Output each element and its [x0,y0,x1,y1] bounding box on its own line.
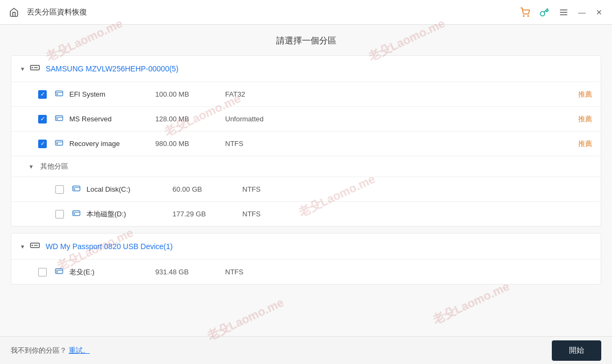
checkbox-laomo-e[interactable] [38,268,47,276]
svg-rect-12 [55,141,63,145]
svg-point-13 [57,143,58,144]
close-button[interactable]: ✕ [593,6,606,19]
partition-row-recovery: Recovery image 980.00 MB NTFS 推薦 [11,131,601,156]
partition-name-efi: EFI System [69,90,155,98]
partition-size-local-c: 60.00 GB [172,185,242,193]
partition-recommend-recovery: 推薦 [578,139,592,149]
partition-size-laomo-e: 931.48 GB [155,268,225,276]
checkbox-laomo-e-wrap [37,267,48,278]
disk-header-wd[interactable]: ▼ WD My Passport 0820 USB Device(1) [11,234,601,259]
svg-point-11 [57,119,58,120]
partition-row-local-d: 本地磁盤(D:) 177.29 GB NTFS [11,201,601,226]
partition-row-ms: MS Reserved 128.00 MB Unformatted 推薦 [11,106,601,131]
disk-group-wd: ▼ WD My Passport 0820 USB Device(1) [11,233,601,285]
partition-name-local-c: Local Disk(C:) [87,185,172,193]
disk-name-samsung: SAMSUNG MZVLW256HEHP-00000(5) [46,64,178,73]
svg-point-0 [523,16,524,17]
svg-rect-8 [55,91,63,96]
partition-icon-local-c [71,184,81,195]
partition-name-recovery: Recovery image [69,140,155,148]
partition-type-recovery: NTFS [225,140,306,148]
page-title: 請選擇一個分區 [11,25,601,55]
retry-link[interactable]: 重試。 [69,346,90,355]
toolbar-icons [519,6,570,19]
svg-rect-21 [55,269,63,274]
checkbox-efi[interactable] [38,90,47,99]
start-button[interactable]: 開始 [552,340,601,361]
main-content: 請選擇一個分區 ▼ SAMSUNG MZVLW256HEHP-00000(5) [0,25,612,336]
svg-point-1 [528,16,529,17]
partition-size-efi: 100.00 MB [155,90,225,98]
partition-type-local-d: NTFS [242,210,323,218]
partition-row-efi: EFI System 100.00 MB FAT32 推薦 [11,82,601,106]
partition-icon-ms [54,113,64,125]
checkbox-recovery-wrap [37,139,48,149]
partition-size-recovery: 980.00 MB [155,140,225,148]
partition-icon-recovery [54,138,64,149]
checkbox-ms-wrap [37,114,48,125]
partition-type-efi: FAT32 [225,90,306,98]
svg-rect-10 [55,116,63,121]
app-title: 丟失分區資料恢復 [27,8,519,17]
partition-name-ms: MS Reserved [69,115,155,123]
svg-point-15 [74,189,75,190]
partition-size-ms: 128.00 MB [155,115,225,123]
svg-point-22 [57,272,58,273]
sub-group-other-name: 其他分區 [40,162,68,171]
title-bar: 丟失分區資料恢復 — ✕ [0,0,612,25]
svg-point-17 [74,214,75,215]
checkbox-ms[interactable] [38,115,47,123]
chevron-wd-icon: ▼ [20,244,25,250]
disk-header-samsung[interactable]: ▼ SAMSUNG MZVLW256HEHP-00000(5) [11,56,601,82]
bottom-bar: 我不到你的分區？ 重試。 開始 [0,336,612,364]
disk-group-samsung: ▼ SAMSUNG MZVLW256HEHP-00000(5) [11,55,601,227]
key-icon[interactable] [538,6,551,19]
cart-icon[interactable] [519,6,531,19]
disk-name-wd: WD My Passport 0820 USB Device(1) [46,242,173,251]
svg-point-9 [57,94,58,95]
chevron-down-icon: ▼ [20,66,25,72]
partition-recommend-ms: 推薦 [578,114,592,124]
svg-rect-14 [73,186,80,191]
partition-icon-laomo-e [54,266,64,278]
svg-rect-16 [73,211,80,216]
disk-drive-icon-wd [30,240,40,253]
checkbox-local-c-wrap [54,184,65,195]
chevron-other-icon: ▼ [28,164,34,170]
checkbox-recovery[interactable] [38,140,47,148]
partition-type-ms: Unformatted [225,115,306,123]
checkbox-local-c[interactable] [55,185,64,194]
partition-name-laomo-e: 老殳(E:) [69,267,155,277]
menu-icon[interactable] [557,6,570,19]
minimize-button[interactable]: — [575,6,588,19]
checkbox-efi-wrap [37,89,48,100]
partition-type-local-c: NTFS [242,185,323,193]
checkbox-local-d-wrap [54,209,65,220]
window-controls: — ✕ [575,6,606,19]
partition-name-local-d: 本地磁盤(D:) [87,209,172,219]
partition-icon-local-d [71,208,81,220]
partition-icon-efi [54,89,64,100]
checkbox-local-d[interactable] [55,210,64,219]
not-found-text: 我不到你的分區？ [11,346,67,355]
partition-row-laomo-e: 老殳(E:) 931.48 GB NTFS [11,259,601,284]
partition-row-local-c: Local Disk(C:) 60.00 GB NTFS [11,177,601,201]
partition-size-local-d: 177.29 GB [172,210,242,218]
home-button[interactable] [6,5,21,20]
partition-recommend-efi: 推薦 [578,90,592,99]
sub-group-other-header[interactable]: ▼ 其他分區 [11,156,601,177]
partition-type-laomo-e: NTFS [225,268,306,276]
disk-drive-icon [30,62,40,75]
